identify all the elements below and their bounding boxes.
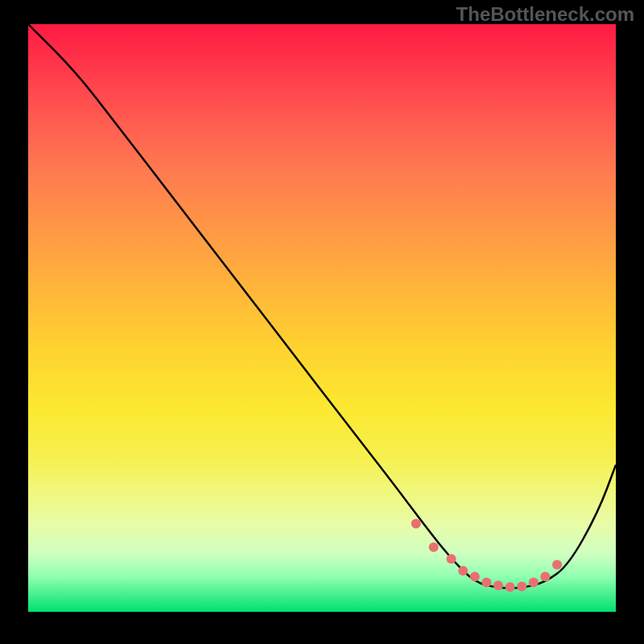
highlight-dot (481, 578, 491, 588)
highlight-dot (552, 560, 562, 570)
watermark-text: TheBottleneck.com (456, 3, 634, 26)
highlight-dot (429, 543, 439, 552)
highlight-dot (540, 572, 550, 581)
highlight-dot (493, 580, 503, 590)
highlight-dot (506, 582, 515, 592)
highlight-dot (470, 572, 480, 581)
curve-line (28, 24, 616, 588)
chart-svg (28, 24, 616, 612)
chart-plot-area (28, 24, 616, 612)
highlight-markers (411, 519, 562, 592)
highlight-dot (447, 554, 456, 564)
highlight-dot (458, 566, 468, 576)
highlight-dot (517, 582, 526, 592)
highlight-dot (529, 578, 539, 588)
highlight-dot (411, 519, 421, 529)
